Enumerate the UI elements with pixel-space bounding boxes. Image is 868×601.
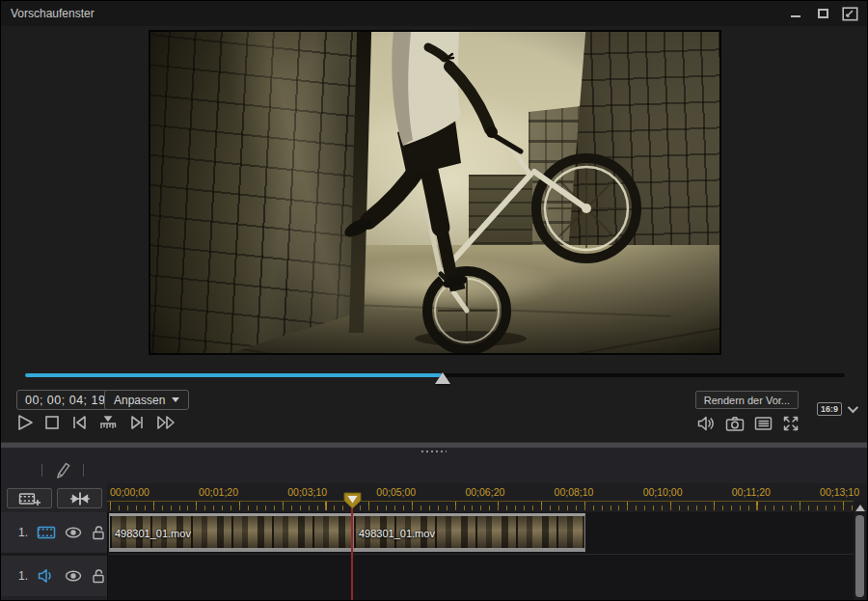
window-title: Vorschaufenster <box>11 7 95 20</box>
fast-forward-icon <box>155 413 178 432</box>
video-clip[interactable]: 498301_01.mov <box>353 513 585 552</box>
splitter-grip-icon[interactable] <box>421 451 447 452</box>
previous-frame-button[interactable] <box>69 413 89 432</box>
ruler-label: 00;11;20 <box>732 486 771 500</box>
preview-tools <box>696 415 800 432</box>
video-preview <box>150 32 719 353</box>
fullscreen-button[interactable] <box>782 415 800 432</box>
marker-pen-icon <box>51 458 74 481</box>
undock-icon <box>842 7 858 21</box>
ruler-label: 00;01;20 <box>199 486 238 500</box>
window-controls <box>786 5 859 22</box>
maximize-icon <box>818 9 828 18</box>
split-clip-button[interactable] <box>57 488 102 508</box>
mute-button[interactable] <box>696 415 716 432</box>
ruler-label: 00;06;20 <box>465 486 504 500</box>
titlebar: Vorschaufenster <box>1 1 867 26</box>
seekbar-handle[interactable] <box>435 372 450 384</box>
previous-frame-icon <box>69 413 89 432</box>
add-track-icon <box>18 490 41 507</box>
playhead-line[interactable] <box>351 507 353 600</box>
timecode-display[interactable]: 00; 00; 04; 19 <box>16 390 114 410</box>
divider <box>83 464 84 477</box>
speaker-icon <box>696 415 716 432</box>
snapshot-button[interactable] <box>725 416 745 432</box>
fit-dropdown-label: Anpassen <box>114 394 165 407</box>
play-icon <box>15 413 35 432</box>
playhead-marker[interactable] <box>343 492 362 513</box>
timeline-panel: 00;00;00 00;01;20 00;03;10 00;05;00 00;0… <box>1 448 867 600</box>
details-icon <box>754 416 773 431</box>
minimize-icon <box>791 15 800 17</box>
video-track-header[interactable]: 1. <box>1 512 107 553</box>
divider <box>41 464 42 477</box>
transport-controls <box>15 413 178 432</box>
header-column-separator <box>107 512 108 600</box>
caret-down-icon <box>172 397 179 402</box>
audio-track-header[interactable]: 1. <box>1 556 107 596</box>
snapshot-camera-icon <box>725 416 745 432</box>
eye-icon[interactable] <box>65 570 82 582</box>
fullscreen-icon <box>782 415 800 432</box>
fast-forward-button[interactable] <box>155 413 178 432</box>
seekbar[interactable] <box>25 369 845 385</box>
scrollbar-thumb[interactable] <box>855 515 864 597</box>
ruler-label: 00;03;10 <box>287 486 327 500</box>
video-clip[interactable]: 498301_01.mov <box>109 513 352 552</box>
marker-pen-tool[interactable] <box>41 458 84 481</box>
seek-snap-button[interactable] <box>97 413 119 432</box>
tracks-area: 1. 1. 498301_01.mov 498301_01.mov <box>1 512 867 600</box>
aspect-ratio-value: 16:9 <box>817 402 842 416</box>
maximize-button[interactable] <box>813 5 832 22</box>
chevron-down-icon <box>848 402 858 413</box>
track-number: 1. <box>18 569 28 583</box>
play-button[interactable] <box>15 413 35 432</box>
eye-icon[interactable] <box>65 527 82 538</box>
ruler-label: 00;10;00 <box>643 486 683 500</box>
ruler-ticks-minor <box>110 505 854 510</box>
scene-vignette <box>150 32 719 353</box>
ruler-label: 00;00;00 <box>110 486 149 500</box>
track-header-column <box>1 596 107 600</box>
details-button[interactable] <box>754 416 773 431</box>
ruler-label: 00;08;10 <box>555 486 594 500</box>
preview-window: Vorschaufenster <box>0 0 868 601</box>
seekbar-fill <box>25 373 443 377</box>
seek-snap-icon <box>97 413 119 432</box>
timeline-scrollbar[interactable] <box>854 501 866 600</box>
next-frame-icon <box>127 413 147 432</box>
ruler-label: 00;13;10 <box>820 486 859 500</box>
minimize-button[interactable] <box>786 5 805 22</box>
clip-label: 498301_01.mov <box>115 528 191 539</box>
lock-open-icon[interactable] <box>91 525 106 540</box>
track-number: 1. <box>18 526 28 539</box>
stop-button[interactable] <box>43 414 61 431</box>
next-frame-button[interactable] <box>127 413 147 432</box>
aspect-ratio-dropdown[interactable]: 16:9 <box>817 402 855 416</box>
add-track-button[interactable] <box>7 488 52 508</box>
split-clip-icon <box>68 490 92 507</box>
fit-dropdown-button[interactable]: Anpassen <box>104 390 189 410</box>
lock-open-icon[interactable] <box>91 568 106 584</box>
clip-label: 498301_01.mov <box>359 528 435 539</box>
ruler-label: 00;05;00 <box>376 486 416 500</box>
video-track-icon <box>37 525 56 540</box>
ruler-labels: 00;00;00 00;01;20 00;03;10 00;05;00 00;0… <box>110 486 859 500</box>
stop-icon <box>43 414 61 431</box>
render-preview-button[interactable]: Rendern der Vor... <box>695 391 799 409</box>
scroll-up-icon[interactable] <box>855 505 865 511</box>
undock-button[interactable] <box>840 5 859 22</box>
audio-track-icon <box>37 568 56 584</box>
lane-separator <box>108 554 867 555</box>
